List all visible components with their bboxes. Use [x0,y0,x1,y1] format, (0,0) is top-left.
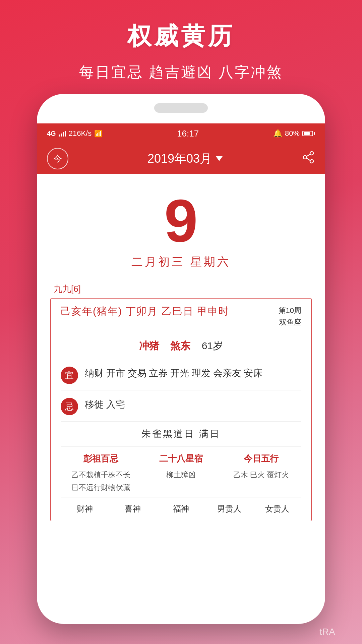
dropdown-arrow-icon [216,156,223,161]
bottom-info-section: 彭祖百忌 乙不栽植千株不长 巳不远行财物伏藏 二十八星宿 柳土獐凶 今日五行 乙… [61,447,301,497]
shen-nvguiren: 女贵人 [253,503,301,514]
promo-title: 权威黄历 [13,20,349,52]
wuxing-col: 今日五行 乙木 巳火 覆灯火 [221,453,301,494]
shen-xisheng: 喜神 [109,503,157,514]
black-day-label: 朱雀黑道日 满日 [61,422,301,447]
battery-icon [302,131,315,136]
calendar-content: 9 二月初三 星期六 九九[6] 己亥年(猪年) 丁卯月 乙巳日 甲申时 第10… [37,174,325,531]
chong-label1: 冲猪 [139,340,159,351]
star-title: 二十八星宿 [141,453,221,465]
signal-bars-icon [59,130,66,137]
status-left: 4G 216K/s 📶 [47,129,103,138]
star-value: 柳土獐凶 [141,469,221,481]
chong-row: 冲猪 煞东 61岁 [61,333,301,359]
phone-mockup: 4G 216K/s 📶 16:17 🔔 80% 今 [37,94,325,624]
chong-label2: 煞东 [170,340,190,351]
share-button[interactable] [302,151,315,167]
watermark: tRA [319,627,335,637]
svg-line-3 [306,154,310,157]
app-header: 今 2019年03月 [37,144,325,174]
wuxing-value: 乙木 巳火 覆灯火 [221,469,301,481]
star-col: 二十八星宿 柳土獐凶 [141,453,221,494]
month-text: 2019年03月 [147,151,212,167]
today-button[interactable]: 今 [47,148,68,169]
status-time: 16:17 [177,128,199,139]
nine-nine-label: 九九[6] [50,283,312,295]
ganzhi-main-text: 己亥年(猪年) 丁卯月 乙巳日 甲申时 [61,305,229,318]
shen-nanguiren: 男贵人 [205,503,253,514]
svg-point-1 [303,156,307,159]
network-speed: 216K/s [69,129,92,138]
ganzhi-week: 第10周 [279,305,301,316]
shen-fusheng: 福神 [157,503,205,514]
pengzu-title: 彭祖百忌 [61,453,141,465]
ji-badge-label: 忌 [65,401,74,413]
shen-caisheng: 财神 [61,503,109,514]
today-label: 今 [53,153,62,165]
ganzhi-row: 己亥年(猪年) 丁卯月 乙巳日 甲申时 第10周 双鱼座 [61,299,301,333]
svg-point-0 [310,152,313,155]
date-number: 9 [50,191,312,251]
info-card: 己亥年(猪年) 丁卯月 乙巳日 甲申时 第10周 双鱼座 冲猪 煞东 61岁 宜 [50,298,312,521]
pengzu-col: 彭祖百忌 乙不栽植千株不长 巳不远行财物伏藏 [61,453,141,494]
shen-row: 财神 喜神 福神 男贵人 女贵人 [61,497,301,514]
wuxing-title: 今日五行 [221,453,301,465]
ji-row: 忌 移徙 入宅 [61,390,301,422]
battery-percent: 80% [285,129,300,138]
svg-line-4 [306,158,310,161]
promo-subtitle: 每日宜忌 趋吉避凶 八字冲煞 [13,62,349,82]
network-type: 4G [47,130,56,138]
pengzu-line2: 巳不远行财物伏藏 [61,481,141,494]
status-right: 🔔 80% [273,129,315,138]
phone-speaker [154,103,208,113]
month-selector[interactable]: 2019年03月 [147,151,223,167]
date-lunar: 二月初三 星期六 [50,254,312,270]
ji-text: 移徙 入宅 [85,396,301,413]
yi-row: 宜 纳财 开市 交易 立券 开光 理发 会亲友 安床 [61,359,301,390]
ji-badge: 忌 [61,398,78,415]
pengzu-line1: 乙不栽植千株不长 [61,469,141,481]
svg-point-2 [310,160,313,163]
status-bar: 4G 216K/s 📶 16:17 🔔 80% [37,123,325,144]
yi-badge: 宜 [61,367,78,384]
alarm-icon: 🔔 [273,129,282,138]
yi-badge-label: 宜 [65,370,74,381]
wifi-icon: 📶 [94,129,103,138]
chong-age: 61岁 [202,340,223,351]
ganzhi-side-info: 第10周 双鱼座 [279,305,301,328]
ganzhi-zodiac: 双鱼座 [279,316,301,328]
yi-text: 纳财 开市 交易 立券 开光 理发 会亲友 安床 [85,365,301,381]
